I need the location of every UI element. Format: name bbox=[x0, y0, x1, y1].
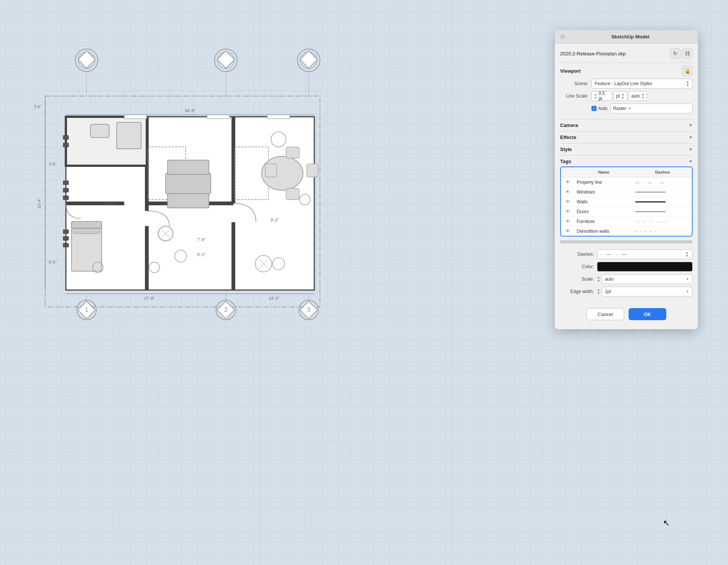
tags-label: Tags bbox=[560, 159, 571, 164]
svg-marker-9 bbox=[78, 51, 95, 68]
svg-text:8'-2": 8'-2" bbox=[271, 218, 279, 222]
svg-rect-74 bbox=[124, 115, 147, 119]
eye-icon[interactable]: 👁 bbox=[561, 228, 574, 234]
scene-stepper[interactable]: ▲ ▼ bbox=[686, 81, 689, 87]
refresh-button[interactable]: ↻ bbox=[670, 48, 681, 59]
raster-dropdown[interactable]: Raster ▼ bbox=[611, 104, 693, 113]
tags-table-header: Name Dashes bbox=[561, 167, 692, 177]
svg-rect-78 bbox=[63, 143, 69, 147]
col-name-header: Name bbox=[574, 169, 633, 175]
scale-value: auto bbox=[605, 276, 614, 282]
svg-rect-34 bbox=[168, 160, 209, 174]
dashes-row: Dashes: · — · — ▲ ▼ bbox=[560, 249, 693, 259]
eye-icon[interactable]: 👁 bbox=[561, 189, 574, 195]
svg-text:3'-6": 3'-6" bbox=[34, 105, 41, 109]
scale-arrow: ▼ bbox=[686, 277, 689, 281]
svg-text:2: 2 bbox=[224, 307, 228, 313]
tags-section-header[interactable]: Tags ▼ bbox=[560, 156, 693, 166]
edge-width-stepper[interactable]: ▲ ▼ bbox=[597, 289, 600, 295]
edge-width-label: Edge width: bbox=[560, 289, 594, 294]
col-eye bbox=[561, 169, 574, 175]
viewport-section: Scene: Feature - LayOut Line Styles ▲ ▼ … bbox=[560, 79, 693, 119]
scene-value: Feature - LayOut Line Styles bbox=[595, 81, 652, 86]
floorplan-area: 1 2 3 bbox=[23, 30, 324, 339]
table-row[interactable]: 👁 Doors bbox=[561, 207, 692, 217]
tag-name: Property line bbox=[574, 180, 633, 185]
svg-rect-76 bbox=[267, 115, 290, 119]
auto-dropdown[interactable]: auto ▲ ▼ bbox=[629, 91, 647, 101]
svg-rect-77 bbox=[63, 136, 69, 139]
raster-value: Raster bbox=[613, 106, 626, 111]
col-dashes-header: Dashes bbox=[633, 169, 692, 175]
eye-icon[interactable]: 👁 bbox=[561, 218, 574, 224]
eye-icon[interactable]: 👁 bbox=[561, 179, 574, 185]
dashes-stepper[interactable]: ▲ ▼ bbox=[685, 251, 689, 258]
scale-dropdown[interactable]: auto ▼ bbox=[602, 274, 693, 284]
sketchup-model-panel: SketchUp Model 2020.2-Release-Floorplan.… bbox=[555, 30, 698, 329]
effects-section-header[interactable]: Effects ▼ bbox=[560, 131, 693, 143]
eye-icon[interactable]: 👁 bbox=[561, 209, 574, 214]
svg-rect-30 bbox=[286, 188, 299, 200]
line-scale-label: Line Scale: bbox=[560, 93, 588, 99]
eye-icon[interactable]: 👁 bbox=[561, 199, 574, 205]
scale-stepper-arrows[interactable]: ▲ ▼ bbox=[594, 93, 597, 99]
edge-width-row: Edge width: ▲ ▼ 1pt ▼ bbox=[560, 287, 693, 296]
scale-stepper[interactable]: ▲ ▼ bbox=[597, 276, 600, 282]
icon-btn-group: ↻ ⛓ bbox=[670, 48, 693, 59]
tag-name: Doors bbox=[574, 209, 633, 214]
svg-text:8'-2": 8'-2" bbox=[197, 252, 206, 257]
table-row[interactable]: 👁 Furniture — — — — — bbox=[561, 217, 692, 226]
tag-name: Walls bbox=[574, 199, 633, 205]
svg-rect-32 bbox=[307, 164, 318, 177]
viewport-label: Viewport bbox=[560, 68, 581, 74]
line-scale-stepper[interactable]: ▲ ▼ 0.5 pt bbox=[591, 91, 612, 101]
viewport-section-header[interactable]: Viewport 🔒 bbox=[560, 63, 693, 79]
table-row[interactable]: 👁 Walls bbox=[561, 197, 692, 207]
tag-name: Demolition walls bbox=[574, 229, 633, 234]
table-row[interactable]: 👁 Windows bbox=[561, 187, 692, 197]
svg-rect-80 bbox=[63, 188, 69, 192]
camera-label: Camera bbox=[560, 122, 578, 128]
effects-chevron: ▼ bbox=[689, 135, 693, 139]
line-scale-unit-dropdown[interactable]: pt ▲ ▼ bbox=[614, 91, 627, 101]
svg-text:27'-8": 27'-8" bbox=[144, 296, 155, 301]
panel-title: SketchUp Model bbox=[568, 34, 693, 40]
auto-row: ✓ Auto Raster ▼ bbox=[560, 104, 693, 113]
svg-text:44'-8": 44'-8" bbox=[185, 108, 195, 113]
cancel-button[interactable]: Cancel bbox=[586, 308, 624, 320]
table-row[interactable]: 👁 Demolition walls - - - - - bbox=[561, 226, 692, 236]
style-section-header[interactable]: Style ▼ bbox=[560, 143, 693, 155]
svg-text:3'-6": 3'-6" bbox=[49, 162, 56, 166]
tag-dashes: — — — — — bbox=[633, 219, 692, 224]
style-label: Style bbox=[560, 147, 572, 152]
color-swatch[interactable] bbox=[597, 262, 693, 272]
auto-checkbox-label[interactable]: ✓ Auto bbox=[591, 106, 608, 111]
table-row[interactable]: 👁 Property line — · — · — bbox=[561, 177, 692, 187]
dashes-value: · — · — bbox=[600, 252, 627, 257]
bottom-controls: Dashes: · — · — ▲ ▼ Color: Scale: bbox=[560, 246, 693, 301]
dashes-dropdown[interactable]: · — · — ▲ ▼ bbox=[597, 249, 693, 259]
edge-width-value: 1pt bbox=[605, 289, 611, 294]
svg-rect-45 bbox=[72, 221, 102, 228]
svg-text:5'-6": 5'-6" bbox=[49, 260, 56, 264]
ok-button[interactable]: OK bbox=[629, 308, 666, 320]
raster-arrow: ▼ bbox=[628, 107, 631, 110]
svg-rect-84 bbox=[63, 243, 69, 247]
svg-rect-25 bbox=[117, 122, 141, 149]
svg-rect-24 bbox=[90, 124, 109, 137]
lock-icon: 🔒 bbox=[684, 68, 691, 74]
traffic-light[interactable] bbox=[560, 34, 565, 39]
camera-chevron: ▼ bbox=[689, 123, 693, 127]
tag-dashes bbox=[633, 191, 692, 193]
viewport-lock-button[interactable]: 🔒 bbox=[682, 66, 693, 76]
scene-dropdown[interactable]: Feature - LayOut Line Styles ▲ ▼ bbox=[591, 79, 693, 89]
link-button[interactable]: ⛓ bbox=[682, 48, 693, 59]
svg-rect-75 bbox=[207, 115, 230, 119]
tags-table: Name Dashes 👁 Property line — · — · — 👁 … bbox=[560, 166, 693, 237]
svg-text:3: 3 bbox=[307, 307, 311, 313]
edge-width-dropdown[interactable]: 1pt ▼ bbox=[602, 287, 693, 296]
camera-section-header[interactable]: Camera ▼ bbox=[560, 119, 693, 131]
button-row: Cancel OK bbox=[560, 305, 693, 325]
scene-row: Scene: Feature - LayOut Line Styles ▲ ▼ bbox=[560, 79, 693, 89]
auto-checkbox[interactable]: ✓ bbox=[591, 106, 597, 111]
